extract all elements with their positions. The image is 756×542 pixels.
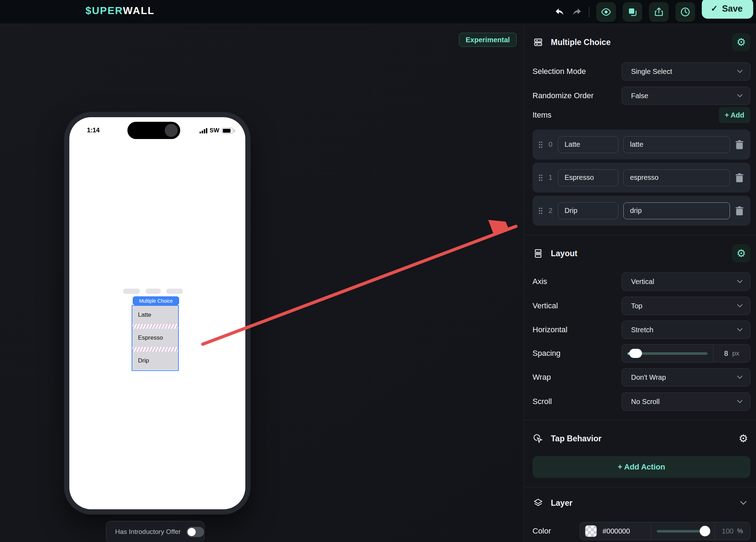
item-value-input[interactable] bbox=[623, 136, 730, 153]
randomize-order-label: Randomize Order bbox=[533, 91, 594, 100]
intro-offer-label: Has Introductory Offer bbox=[115, 528, 181, 536]
item-row-2: 2 bbox=[533, 196, 750, 226]
drag-handle-icon[interactable] bbox=[538, 174, 543, 182]
opacity-slider-knob[interactable] bbox=[700, 526, 710, 536]
horizontal-label: Horizontal bbox=[533, 325, 567, 334]
intro-offer-toggle[interactable] bbox=[187, 527, 204, 537]
section-multiple-choice: Multiple Choice ⚙ Selection Mode Single … bbox=[524, 32, 756, 235]
duplicate-icon[interactable] bbox=[623, 2, 642, 22]
section-layout: Layout ⚙ Axis Vertical Vertical Top Hori… bbox=[524, 244, 756, 420]
status-right-cluster: SW bbox=[200, 127, 233, 134]
spacing-stripe bbox=[132, 324, 178, 329]
trash-icon[interactable] bbox=[735, 206, 744, 216]
selection-mode-label: Selection Mode bbox=[533, 67, 586, 76]
color-swatch[interactable] bbox=[585, 525, 597, 537]
wrap-dropdown[interactable]: Don't Wrap bbox=[622, 368, 750, 386]
tap-behavior-settings-gear-icon[interactable]: ⚙ bbox=[736, 429, 750, 448]
signal-icon bbox=[200, 128, 207, 133]
randomize-order-dropdown[interactable]: False bbox=[622, 87, 750, 105]
multiple-choice-settings-gear-icon[interactable]: ⚙ bbox=[732, 33, 750, 51]
superwall-logo: $UPERWALL bbox=[86, 5, 155, 17]
scroll-dropdown[interactable]: No Scroll bbox=[622, 392, 750, 411]
item-label-input[interactable] bbox=[558, 136, 618, 153]
tap-behavior-icon bbox=[533, 433, 544, 444]
selection-mode-dropdown[interactable]: Single Select bbox=[622, 62, 750, 81]
chevron-down-icon bbox=[737, 69, 743, 74]
trash-icon[interactable] bbox=[735, 173, 744, 183]
section-title: Layer bbox=[551, 498, 729, 508]
layout-icon bbox=[533, 248, 544, 259]
spacing-label: Spacing bbox=[533, 349, 561, 358]
layer-collapse-chevron-icon[interactable] bbox=[736, 500, 750, 505]
vertical-dropdown[interactable]: Top bbox=[622, 297, 750, 315]
placeholder-pill bbox=[166, 289, 183, 294]
spacing-stripe bbox=[132, 347, 178, 352]
top-toolbar: $UPERWALL bbox=[0, 0, 756, 24]
status-time: 1:14 bbox=[87, 127, 100, 134]
drag-handle-icon[interactable] bbox=[538, 141, 543, 149]
export-icon[interactable] bbox=[649, 2, 669, 22]
add-item-button[interactable]: + Add bbox=[719, 107, 750, 123]
item-index: 1 bbox=[548, 174, 553, 182]
chevron-down-icon bbox=[737, 94, 743, 98]
item-label-input[interactable] bbox=[558, 202, 618, 219]
section-title: Layout bbox=[551, 249, 725, 258]
items-label: Items bbox=[533, 111, 552, 120]
opacity-value[interactable]: 100 bbox=[722, 527, 733, 535]
section-layer: Layer Color #000000 bbox=[524, 494, 756, 542]
layout-settings-gear-icon[interactable]: ⚙ bbox=[732, 244, 750, 263]
spacing-value[interactable]: 8 bbox=[724, 349, 728, 358]
inspector-panel: Multiple Choice ⚙ Selection Mode Single … bbox=[524, 24, 756, 542]
opacity-unit: % bbox=[737, 527, 743, 535]
drag-handle-icon[interactable] bbox=[538, 207, 543, 215]
check-icon: ✓ bbox=[711, 4, 718, 13]
chevron-down-icon bbox=[737, 328, 743, 332]
chevron-down-icon bbox=[737, 399, 743, 404]
preview-eye-icon[interactable] bbox=[596, 2, 616, 22]
item-value-input[interactable] bbox=[623, 169, 730, 186]
history-clock-icon[interactable] bbox=[675, 2, 695, 22]
color-label: Color bbox=[533, 527, 551, 536]
multiple-choice-icon bbox=[533, 37, 544, 48]
battery-icon bbox=[222, 128, 233, 134]
spacing-slider-knob[interactable] bbox=[629, 349, 642, 358]
selection-tag: Multiple Choice bbox=[133, 296, 179, 305]
vertical-label: Vertical bbox=[533, 301, 558, 310]
layer-color-control: #000000 100 % bbox=[580, 522, 750, 540]
choice-option-latte[interactable]: Latte bbox=[132, 306, 178, 324]
item-row-1: 1 bbox=[533, 163, 750, 193]
axis-label: Axis bbox=[533, 277, 547, 286]
save-button[interactable]: ✓ Save bbox=[702, 0, 754, 19]
chevron-down-icon bbox=[737, 375, 743, 379]
layers-icon bbox=[533, 497, 544, 509]
toolbar-right-cluster: ✓ Save bbox=[554, 0, 754, 24]
placeholder-pill bbox=[145, 289, 161, 294]
phone-screen: 1:14 SW Multiple C bbox=[69, 117, 245, 509]
horizontal-dropdown[interactable]: Stretch bbox=[622, 321, 750, 339]
wrap-label: Wrap bbox=[533, 373, 551, 382]
section-title: Multiple Choice bbox=[551, 38, 725, 47]
spacing-unit: px bbox=[732, 349, 739, 357]
add-action-button[interactable]: + Add Action bbox=[533, 456, 750, 478]
choice-option-espresso[interactable]: Espresso bbox=[132, 329, 178, 347]
intro-offer-control: Has Introductory Offer bbox=[106, 521, 204, 542]
item-label-input[interactable] bbox=[558, 169, 618, 186]
chevron-down-icon bbox=[737, 279, 743, 284]
placeholder-pill bbox=[123, 289, 140, 294]
phone-preview: 1:14 SW Multiple C bbox=[64, 112, 251, 515]
axis-dropdown[interactable]: Vertical bbox=[622, 272, 750, 291]
color-hex-value[interactable]: #000000 bbox=[603, 527, 630, 535]
trash-icon[interactable] bbox=[735, 140, 744, 150]
superwall-editor: Experimental 1:14 SW bbox=[0, 0, 756, 542]
item-row-0: 0 bbox=[533, 130, 750, 159]
undo-icon[interactable] bbox=[554, 7, 565, 17]
multiple-choice-component[interactable]: Latte Espresso Drip bbox=[132, 305, 179, 371]
chevron-down-icon bbox=[737, 304, 743, 308]
choice-option-drip[interactable]: Drip bbox=[132, 352, 178, 370]
camera-dot bbox=[165, 124, 178, 137]
editor-canvas: Experimental 1:14 SW bbox=[0, 24, 524, 542]
toolbar-divider bbox=[589, 7, 590, 17]
dynamic-island bbox=[127, 122, 180, 139]
redo-icon[interactable] bbox=[572, 7, 582, 17]
item-value-input[interactable] bbox=[623, 202, 730, 219]
